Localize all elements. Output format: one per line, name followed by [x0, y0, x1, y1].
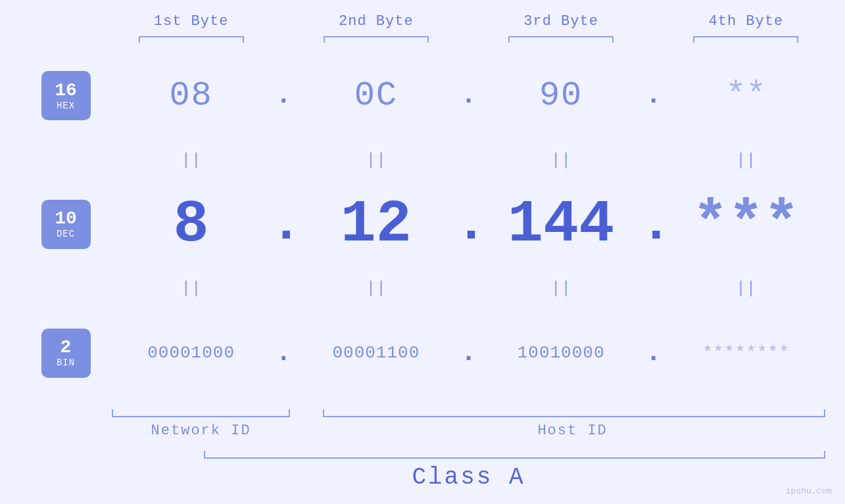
hex-base: HEX	[57, 101, 75, 111]
eq5: ||	[112, 277, 270, 300]
id-labels: Network ID Host ID	[112, 423, 825, 439]
bin-base: BIN	[57, 358, 75, 368]
eq8: ||	[667, 277, 825, 300]
byte2-header: 2nd Byte	[297, 13, 455, 30]
bin-badge: 2 BIN	[41, 329, 91, 378]
dec-b4: ***	[692, 191, 799, 258]
class-label: Class A	[112, 464, 825, 491]
bin-row: 2 BIN 00001000 . 00001100 . 10010000 . *…	[20, 300, 825, 406]
equals-row-2: || || || ||	[112, 277, 825, 300]
dec-number: 10	[55, 209, 77, 229]
host-bracket	[323, 409, 825, 417]
main-container: 1st Byte 2nd Byte 3rd Byte 4th Byte 16 H…	[0, 0, 845, 504]
bin-number: 2	[60, 338, 72, 358]
byte1-header: 1st Byte	[112, 13, 270, 30]
hex-row: 16 HEX 08 . 0C . 90 . **	[20, 43, 825, 149]
dec-base: DEC	[57, 229, 75, 239]
dec-badge: 10 DEC	[41, 200, 91, 249]
hex-b4: **	[725, 76, 766, 115]
dec-b3: 144	[508, 191, 614, 258]
hex-dot3: .	[640, 81, 667, 110]
dec-dot2: .	[456, 195, 482, 254]
byte3-header: 3rd Byte	[482, 13, 640, 30]
bottom-brackets	[112, 409, 825, 417]
dec-dot3: .	[640, 195, 667, 254]
hex-dot1: .	[270, 81, 297, 110]
hex-b2: 0C	[354, 76, 398, 115]
eq3: ||	[482, 149, 640, 172]
bottom-section: Network ID Host ID Class A	[112, 409, 825, 491]
hex-b1: 08	[169, 76, 212, 115]
eq2: ||	[297, 149, 455, 172]
hex-b3: 90	[539, 76, 583, 115]
dec-row: 10 DEC 8 . 12 . 144 . ***	[20, 172, 825, 278]
hex-dot2: .	[456, 81, 482, 110]
byte-headers: 1st Byte 2nd Byte 3rd Byte 4th Byte	[112, 13, 825, 30]
bin-b3: 10010000	[518, 343, 605, 363]
eq7: ||	[482, 277, 640, 300]
hex-badge: 16 HEX	[41, 71, 91, 120]
eq4: ||	[667, 149, 825, 172]
bin-b4: ********	[702, 343, 790, 363]
dec-b1: 8	[174, 191, 209, 258]
full-bottom-bracket	[204, 451, 825, 459]
bin-b1: 00001000	[147, 343, 235, 363]
bin-dot1: .	[270, 338, 297, 368]
bin-b2: 00001100	[332, 343, 420, 363]
dec-b2: 12	[341, 191, 412, 258]
eq6: ||	[297, 277, 455, 300]
watermark: ipshu.com	[786, 486, 832, 496]
dec-dot1: .	[270, 195, 297, 254]
host-id-label: Host ID	[320, 423, 825, 439]
top-brackets	[112, 36, 825, 43]
hex-number: 16	[55, 81, 77, 101]
byte4-header: 4th Byte	[667, 13, 825, 30]
equals-row-1: || || || ||	[112, 149, 825, 172]
network-bracket	[112, 409, 290, 417]
eq1: ||	[112, 149, 270, 172]
network-id-label: Network ID	[112, 423, 290, 439]
bin-dot3: .	[640, 338, 667, 368]
bin-dot2: .	[456, 338, 482, 368]
